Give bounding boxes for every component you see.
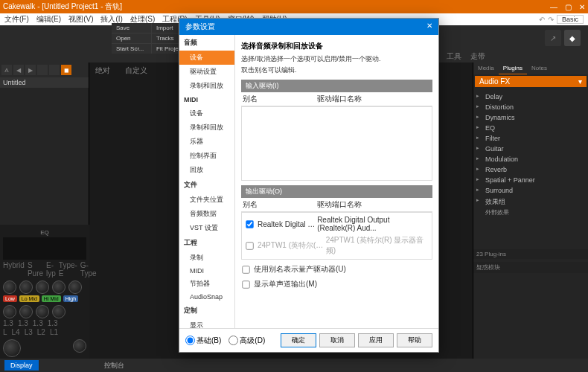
tab-notes[interactable]: Notes <box>527 62 552 74</box>
audio-fx-header[interactable]: Audio FX ▾ <box>475 76 587 87</box>
eq-display[interactable] <box>3 237 86 260</box>
radio-advanced[interactable]: 高级(D) <box>229 336 265 346</box>
knob-b3[interactable] <box>36 305 49 318</box>
minimize-icon[interactable]: — <box>550 3 557 11</box>
cell-next[interactable]: ▶ <box>25 65 36 75</box>
radio-advanced-input[interactable] <box>229 336 238 345</box>
tree-modulation[interactable]: Modulation <box>476 154 585 164</box>
cancel-button[interactable]: 取消 <box>319 333 355 347</box>
tb-open[interactable]: Open <box>112 33 151 43</box>
ok-button[interactable]: 确定 <box>281 333 316 347</box>
sort-module[interactable]: 疑惑模块 <box>473 262 588 273</box>
band-low[interactable]: Low <box>3 295 17 302</box>
nav-file-folders[interactable]: 文件夹位置 <box>179 193 234 207</box>
tree-uncategorized[interactable]: 效果组 <box>476 196 585 208</box>
hybrid-0[interactable]: Hybrid <box>3 261 25 278</box>
cell-sp1[interactable] <box>37 65 48 75</box>
help-button[interactable]: 帮助 <box>397 333 432 347</box>
knob-4[interactable] <box>52 280 65 294</box>
knob-b1[interactable] <box>3 305 16 318</box>
l4[interactable]: L1 <box>50 328 58 336</box>
menu-view[interactable]: 视图(V) <box>68 14 93 25</box>
tree-eq[interactable]: EQ <box>476 123 585 133</box>
hybrid-1[interactable]: S Pure <box>28 261 43 278</box>
tree-surround[interactable]: Surround <box>476 185 585 196</box>
knob-b4[interactable] <box>52 305 65 318</box>
cell-record[interactable]: ◼ <box>61 65 71 75</box>
radio-basic-input[interactable] <box>185 336 195 345</box>
arrange-mode[interactable]: 绝对 <box>95 65 110 76</box>
track-name[interactable]: Untitled <box>0 77 89 88</box>
nav-audio-devices[interactable]: 设备 <box>179 51 234 65</box>
band-lomid[interactable]: Lo Mid <box>19 295 39 302</box>
input-drivers-list[interactable] <box>241 106 432 181</box>
knob-2[interactable] <box>19 280 33 294</box>
close-icon[interactable]: ✕ <box>579 3 585 11</box>
menu-file[interactable]: 文件(F) <box>4 14 29 25</box>
maximize-icon[interactable]: ▢ <box>565 3 572 11</box>
knob-hp[interactable] <box>3 339 21 357</box>
tb-startscr[interactable]: Start Scr... <box>112 44 151 54</box>
nav-audio-driver[interactable]: 驱动设置 <box>179 65 234 79</box>
apply-button[interactable]: 应用 <box>358 333 394 347</box>
menu-edit[interactable]: 编辑(E) <box>36 14 61 25</box>
l0[interactable]: L <box>3 328 7 336</box>
tree-reverb[interactable]: Reverb <box>476 164 585 175</box>
nav-proj-audiosnap[interactable]: AudioSnap <box>179 291 234 303</box>
nav-file-audiodata[interactable]: 音频数据 <box>179 207 234 221</box>
l2[interactable]: L3 <box>25 328 33 336</box>
l1[interactable]: L4 <box>12 328 20 336</box>
nav-midi-control[interactable]: 控制界面 <box>179 149 234 163</box>
knob-gloss[interactable] <box>73 339 86 353</box>
band-high[interactable]: High <box>63 295 78 302</box>
output-row-1[interactable]: Realtek Digital Output (Realtek(R) A... … <box>243 214 430 234</box>
tree-spatial[interactable]: Spatial + Panner <box>476 175 585 185</box>
knob-b2[interactable] <box>19 305 33 318</box>
nav-proj-midi[interactable]: MIDI <box>179 265 234 277</box>
export-icon[interactable]: ↗ <box>545 30 561 46</box>
output-row-2[interactable]: 24PTW1 (英特尔(R) 显示器音频) 24PTW1 (英特尔(R) 显示器… <box>243 234 430 257</box>
arrange-define[interactable]: 自定义 <box>125 65 147 76</box>
tb-save[interactable]: Save <box>112 23 151 33</box>
nav-proj-record[interactable]: 录制 <box>179 251 234 265</box>
tree-external[interactable]: 外部效果 <box>476 208 585 217</box>
nav-custom-display[interactable]: 显示 <box>179 318 234 328</box>
check-alias[interactable]: 使用别名表示量产驱动器(U) <box>241 264 432 275</box>
workspace-combo[interactable]: Basic <box>557 15 584 24</box>
tree-filter[interactable]: Filter <box>476 133 585 144</box>
tree-dynamics[interactable]: Dynamics <box>476 112 585 123</box>
cell-a[interactable]: A <box>1 65 12 75</box>
knob-3[interactable] <box>36 280 49 294</box>
marker-icon[interactable]: ◆ <box>564 30 581 46</box>
cell-sp2[interactable] <box>49 65 60 75</box>
nav-midi-devices[interactable]: 设备 <box>179 106 234 121</box>
radio-basic[interactable]: 基础(B) <box>185 336 221 346</box>
hybrid-4[interactable]: G-Type <box>80 261 97 278</box>
knob-5[interactable] <box>68 280 82 294</box>
nav-proj-metronome[interactable]: 节拍器 <box>179 277 234 291</box>
nav-audio-playback[interactable]: 录制和回放 <box>179 79 234 93</box>
tab-media[interactable]: Media <box>473 62 499 74</box>
console-label[interactable]: 控制台 <box>104 361 124 371</box>
cell-prev[interactable]: ◀ <box>13 65 24 75</box>
undo-icon[interactable]: ↶ <box>539 16 545 24</box>
band-himid[interactable]: Hi Mid <box>42 295 61 302</box>
nav-midi-instruments[interactable]: 乐器 <box>179 135 234 149</box>
output-check-2[interactable] <box>246 242 253 249</box>
hybrid-2[interactable]: E-lyp <box>46 261 56 278</box>
knob-1[interactable] <box>3 280 16 294</box>
display-button[interactable]: Display <box>4 360 39 371</box>
dialog-close-icon[interactable]: ✕ <box>426 22 432 32</box>
nav-midi-playback[interactable]: 录制和回放 <box>179 121 234 135</box>
tree-guitar[interactable]: Guitar <box>476 144 585 154</box>
check-mono-box[interactable] <box>242 280 249 288</box>
nav-file-vst[interactable]: VST 设置 <box>179 221 234 235</box>
output-check-1[interactable] <box>246 220 253 228</box>
nav-midi-play[interactable]: 回放 <box>179 163 234 177</box>
check-mono[interactable]: 显示单声道输出(M) <box>241 279 432 289</box>
tree-delay[interactable]: Delay <box>476 92 585 102</box>
tab-plugins[interactable]: Plugins <box>499 62 527 74</box>
check-alias-box[interactable] <box>242 266 249 273</box>
redo-icon[interactable]: ↷ <box>548 16 554 24</box>
l3[interactable]: L2 <box>37 328 45 336</box>
